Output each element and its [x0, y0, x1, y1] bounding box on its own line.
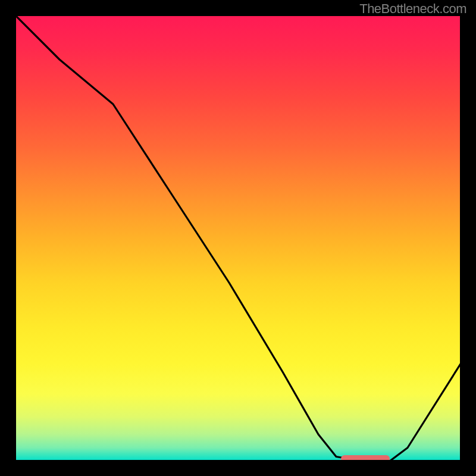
curve-path: [15, 15, 461, 461]
trough-marker: [341, 455, 390, 462]
plot-area: [15, 15, 461, 461]
curve-svg: [15, 15, 461, 461]
watermark-text: TheBottleneck.com: [359, 1, 466, 17]
